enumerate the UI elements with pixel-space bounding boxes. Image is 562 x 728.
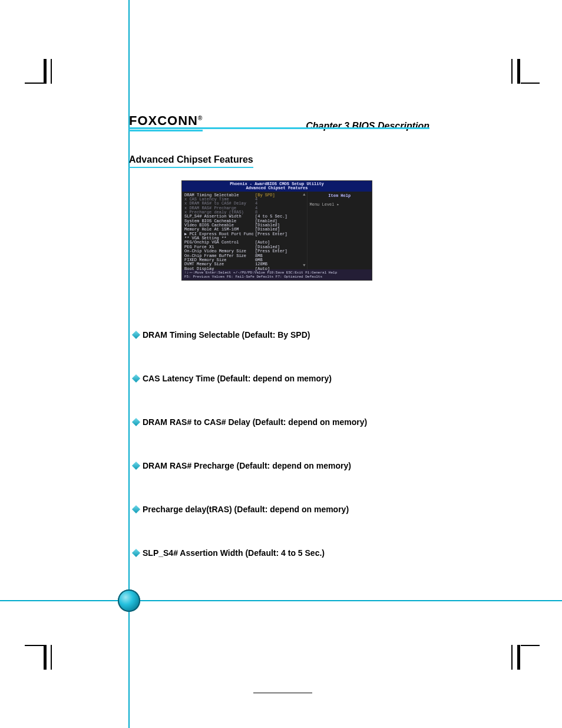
bios-row-label: ▶ PCI Express Root Port Func [184,232,255,236]
feature-item: DRAM Timing Selectable (Default: By SPD) [133,330,429,340]
crop-mark [521,645,540,646]
bios-row-value: [By SPD] [255,193,306,197]
bios-settings-pane: ▲ ▼ DRAM Timing Selectable[By SPD]x CAS … [182,192,308,269]
crop-mark [511,645,513,670]
bios-row: SLP_S4# Assertion Width[4 to 5 Sec.] [184,215,306,219]
diamond-bullet-icon [132,331,140,339]
bios-row-value: 4 [255,197,306,202]
bios-row-label: System BIOS Cacheable [184,219,255,223]
bios-row: DVMT Memory Size128MB [184,262,306,266]
bios-row: ▶ PCI Express Root Port Func[Press Enter… [184,232,306,236]
bios-row-label: ** VGA Setting ** [184,236,255,241]
crop-mark [521,83,540,84]
scroll-up-icon: ▲ [303,193,305,197]
crop-mark [25,83,44,84]
footer-rule [253,693,312,693]
bios-help-pane: Item Help Menu Level ▸ [308,192,372,269]
bios-row: DRAM Timing Selectable[By SPD] [184,193,306,197]
diamond-bullet-icon [132,549,140,557]
bios-row-label: PEG Force X1 [184,245,255,249]
bios-row-label: x DRAM RAS# Precharge [184,206,255,210]
bios-row-value: 4 [255,202,306,206]
feature-item: Precharge delay(tRAS) (Default: depend o… [133,505,429,514]
feature-list: DRAM Timing Selectable (Default: By SPD)… [133,330,429,592]
bios-help-title: Item Help [310,194,369,198]
bios-row: Boot Display[Auto] [184,267,306,271]
diamond-bullet-icon [132,418,140,426]
diamond-bullet-icon [132,374,140,383]
bios-row: x DRAM RAS# to CAS# Delay4 [184,202,306,206]
bios-row: System BIOS Cacheable[Enabled] [184,219,306,223]
bios-row: x Precharge dealy (tRAS)8 [184,210,306,215]
bios-row-label: x CAS Latency Time [184,197,255,202]
feature-item: DRAM RAS# to CAS# Delay (Default: depend… [133,417,429,427]
bios-row: PEG Force X1[Disabled] [184,245,306,249]
bios-row: ** VGA Setting ** [184,236,306,241]
bios-row-label: Memory Hole At 15M-16M [184,228,255,232]
crop-mark [51,645,52,670]
bios-row-label: FIXED Memory Size [184,258,255,262]
bios-row-label: Video BIOS Cacheable [184,223,255,228]
register-line-h [0,600,562,601]
bios-row-value: [Press Enter] [255,232,306,236]
chapter-title: Chapter 3 BIOS Description [306,121,429,131]
crop-mark [44,645,47,670]
feature-item-label: DRAM Timing Selectable (Default: By SPD) [143,330,310,340]
bios-body: ▲ ▼ DRAM Timing Selectable[By SPD]x CAS … [182,192,372,269]
brand-logo-text: FOXCONN [129,113,198,128]
bios-row-value: 4 [255,206,306,210]
bios-row: Memory Hole At 15M-16M[Disabled] [184,228,306,232]
bios-menu-level: Menu Level ▸ [310,203,369,207]
bios-row-value: [Press Enter] [255,249,306,253]
crop-mark [44,59,47,84]
bios-row-value: [Auto] [255,267,306,271]
bios-row: On-Chip Video Memory Size[Press Enter] [184,249,306,253]
feature-item-label: DRAM RAS# Precharge (Default: depend on … [143,461,351,470]
bios-screenshot: Phoenix - AwardBIOS CMOS Setup Utility A… [181,180,372,281]
bios-row-label: DRAM Timing Selectable [184,193,255,197]
crop-mark [51,59,52,84]
bios-row-label: DVMT Memory Size [184,262,255,266]
feature-item: CAS Latency Time (Default: depend on mem… [133,374,429,383]
bios-title: Phoenix - AwardBIOS CMOS Setup Utility A… [182,181,372,192]
bios-row-label: x DRAM RAS# to CAS# Delay [184,202,255,206]
bios-row: x DRAM RAS# Precharge4 [184,206,306,210]
feature-item: SLP_S4# Assertion Width (Default: 4 to 5… [133,548,429,558]
crop-mark [517,59,520,84]
page: FOXCONN® Chapter 3 BIOS Description Adva… [0,0,562,728]
bios-footer-line2: F5: Previous Values F6: Fail-Safe Defaul… [184,275,369,279]
bios-row-label: On-Chip Video Memory Size [184,249,255,253]
diamond-bullet-icon [132,462,140,470]
bios-row-label: Boot Display [184,267,255,271]
bios-row: x CAS Latency Time4 [184,197,306,202]
feature-item: DRAM RAS# Precharge (Default: depend on … [133,461,429,470]
crop-mark [25,645,44,646]
scroll-down-icon: ▼ [303,263,305,268]
bios-row-label: On-Chip Frame Buffer Size [184,254,255,258]
feature-item-label: CAS Latency Time (Default: depend on mem… [143,374,332,383]
bios-title-line2: Advanced Chipset Features [182,186,372,190]
feature-item-label: Precharge delay(tRAS) (Default: depend o… [143,505,349,514]
feature-item-label: DRAM RAS# to CAS# Delay (Default: depend… [143,417,367,427]
bios-row: On-Chip Frame Buffer Size 8MB [184,254,306,258]
bios-row: PEG/Onchip VGA Control[Auto] [184,241,306,245]
crop-mark [517,645,520,670]
registered-mark: ® [198,115,203,121]
bios-row-label: x Precharge dealy (tRAS) [184,210,255,215]
bios-row-label: SLP_S4# Assertion Width [184,215,255,219]
bios-row-value: 8MB [255,254,306,258]
crop-mark [511,59,513,84]
bios-row: FIXED Memory Size 0MB [184,258,306,262]
bios-row: Video BIOS Cacheable[Disabled] [184,223,306,228]
register-orb-icon [118,589,140,612]
header-rule [129,127,429,129]
diamond-bullet-icon [132,505,140,513]
bios-row-label: PEG/Onchip VGA Control [184,241,255,245]
feature-item-label: SLP_S4# Assertion Width (Default: 4 to 5… [143,548,325,558]
section-title: Advanced Chipset Features [129,154,253,168]
register-line-v [128,0,130,728]
